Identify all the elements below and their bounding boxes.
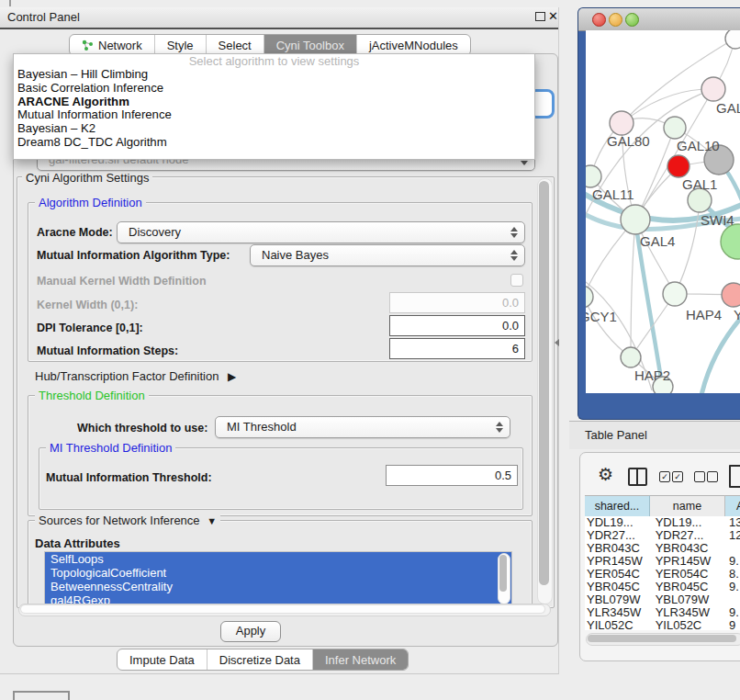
close-icon[interactable]: ✕	[548, 9, 558, 23]
mi-steps-field[interactable]: 6	[389, 338, 525, 359]
tab-impute-data-label: Impute Data	[129, 650, 195, 670]
settings-hscrollbar-thumb[interactable]	[21, 605, 544, 613]
node-label-gcy1: GCY1	[586, 309, 617, 324]
attributes-list-scrollbar-thumb[interactable]	[499, 555, 507, 592]
column-header-name[interactable]: name	[650, 495, 725, 517]
node-label-gal1: GAL1	[682, 176, 717, 192]
node-unlabeled-top[interactable]	[725, 30, 740, 49]
table-row[interactable]: YBR045CYBR045C9.	[585, 581, 740, 593]
splitpane-collapse-arrow[interactable]	[555, 339, 559, 346]
column-header-shared[interactable]: shared...	[585, 495, 650, 517]
hub-definition-expander[interactable]: Hub/Transcription Factor Definition ▶	[35, 369, 236, 383]
dropdown-item-aracne[interactable]: ARACNE Algorithm	[14, 96, 534, 109]
cell-value: 13	[723, 516, 740, 529]
column-header-partial[interactable]: A	[725, 495, 740, 517]
cell-shared: YIL052C	[585, 619, 645, 630]
cell-value: 9.	[723, 581, 740, 593]
node-gal4[interactable]	[621, 205, 650, 234]
tab-impute-data[interactable]: Impute Data	[118, 649, 207, 670]
cell-value: 9	[723, 619, 740, 630]
network-canvas[interactable]: GAL GAL80 GAL10 GAL1 GAL11 SWI4 GAL4 GCY…	[586, 30, 740, 393]
split-columns-icon[interactable]	[628, 468, 647, 486]
table-row[interactable]: YIL052CYIL052C9	[585, 619, 740, 630]
node-gal10[interactable]	[664, 117, 686, 139]
bottom-tabbar: Impute Data Discretize Data Infer Networ…	[117, 649, 409, 671]
checked-box-icon-1[interactable]: ✓	[659, 471, 670, 482]
node-gal80[interactable]	[610, 111, 633, 135]
tab-select[interactable]: Select	[206, 35, 263, 55]
unchecked-box-icon-1[interactable]	[694, 471, 705, 482]
tab-network[interactable]: Network	[70, 35, 154, 55]
checked-box-icon-2[interactable]: ✓	[672, 471, 683, 482]
node-gal1[interactable]	[667, 155, 690, 177]
manual-kernel-checkbox[interactable]	[510, 274, 523, 287]
cell-value: 8.	[723, 568, 740, 581]
collapsed-arrow-icon[interactable]: ▶	[228, 370, 236, 383]
tab-discretize-data[interactable]: Discretize Data	[207, 649, 312, 670]
table-row[interactable]: YDL19...YDL19...13	[585, 516, 740, 529]
which-threshold-label: Which threshold to use:	[77, 422, 207, 435]
kernel-width-label: Kernel Width (0,1):	[37, 299, 138, 311]
dropdown-item-bayesian-k2[interactable]: Bayesian – K2	[14, 122, 534, 136]
cell-value: 9.	[723, 606, 740, 619]
dpi-tolerance-field[interactable]: 0.0	[389, 315, 525, 336]
data-attributes-list[interactable]: SelfLoops TopologicalCoefficient Between…	[44, 551, 512, 606]
list-item-betweennesscentrality[interactable]: BetweennessCentrality	[45, 580, 511, 593]
aracne-mode-value: Discovery	[129, 222, 181, 243]
tab-style-label: Style	[167, 36, 194, 55]
expanded-arrow-icon[interactable]: ▼	[207, 515, 217, 526]
document-icon-partial[interactable]	[729, 465, 740, 488]
cyni-algorithm-settings-title: Cyni Algorithm Settings	[22, 171, 152, 185]
table-body[interactable]: YDL19...YDL19...13 YDR27...YDR27...12 YB…	[585, 516, 740, 630]
gear-icon[interactable]: ⚙	[598, 464, 613, 485]
list-item-selfloops[interactable]: SelfLoops	[45, 552, 511, 566]
minimize-traffic-light[interactable]	[609, 13, 622, 27]
tab-cyni-toolbox[interactable]: Cyni Toolbox	[263, 35, 356, 55]
node-bright-green[interactable]	[721, 224, 740, 259]
table-row[interactable]: YPR145WYPR145W9.	[585, 555, 740, 568]
apply-button[interactable]: Apply	[220, 621, 281, 642]
dropdown-item-bayesian-hill[interactable]: Bayesian – Hill Climbing	[14, 68, 534, 82]
node-hap4[interactable]	[663, 282, 687, 306]
zoom-traffic-light[interactable]	[625, 13, 639, 27]
cell-name: YPR145W	[645, 555, 723, 568]
dropdown-item-basic-correlation[interactable]: Basic Correlation Inference	[14, 82, 534, 96]
settings-scrollbar-thumb[interactable]	[539, 181, 549, 585]
list-item-topologicalcoefficient[interactable]: TopologicalCoefficient	[45, 566, 511, 580]
node-label-gal10: GAL10	[677, 138, 720, 153]
tab-jactivemnodules[interactable]: jActiveMNodules	[356, 35, 470, 55]
tab-style[interactable]: Style	[154, 35, 206, 55]
table-hscrollbar-thumb[interactable]	[588, 635, 736, 642]
node-gcy1[interactable]	[586, 286, 593, 308]
dropdown-item-mutual-information[interactable]: Mutual Information Inference	[14, 108, 534, 122]
node-label-gal-partial: GAL	[716, 100, 740, 116]
tab-jactivemnodules-label: jActiveMNodules	[369, 36, 458, 55]
which-threshold-combo[interactable]: MI Threshold	[215, 416, 510, 438]
cell-name: YBL079W	[645, 593, 723, 606]
column-header-shared-label: shared...	[595, 500, 640, 513]
table-row[interactable]: YBR043CYBR043C	[585, 542, 740, 555]
table-row[interactable]: YER054CYER054C8.	[585, 568, 740, 581]
node-gal-partial[interactable]	[701, 77, 725, 101]
aracne-mode-combo[interactable]: Discovery	[117, 221, 525, 243]
table-row[interactable]: YLR345WYLR345W9.	[585, 606, 740, 619]
algorithm-definition-title: Algorithm Definition	[35, 196, 146, 209]
node-gal11[interactable]	[586, 165, 601, 187]
clipped-panel-icon[interactable]	[13, 691, 70, 700]
node-y-partial[interactable]	[722, 283, 740, 307]
float-window-icon[interactable]	[535, 12, 545, 21]
cell-name: YER054C	[645, 568, 723, 581]
sources-group-title[interactable]: Sources for Network Inference ▼	[35, 514, 220, 527]
close-traffic-light[interactable]	[592, 13, 606, 27]
kernel-width-field[interactable]: 0.0	[389, 292, 525, 313]
tab-infer-network[interactable]: Infer Network	[312, 649, 408, 670]
threshold-definition-title: Threshold Definition	[35, 389, 149, 402]
table-row[interactable]: YBL079WYBL079W	[585, 593, 740, 606]
table-row[interactable]: YDR27...YDR27...12	[585, 529, 740, 542]
dropdown-item-dream8[interactable]: Dream8 DC_TDC Algorithm	[14, 136, 534, 150]
unchecked-box-icon-2[interactable]	[707, 471, 718, 482]
mi-type-combo[interactable]: Naive Bayes	[250, 244, 525, 266]
node-hap2[interactable]	[621, 347, 641, 367]
mi-threshold-field[interactable]: 0.5	[386, 465, 518, 486]
tab-discretize-data-label: Discretize Data	[219, 650, 300, 670]
